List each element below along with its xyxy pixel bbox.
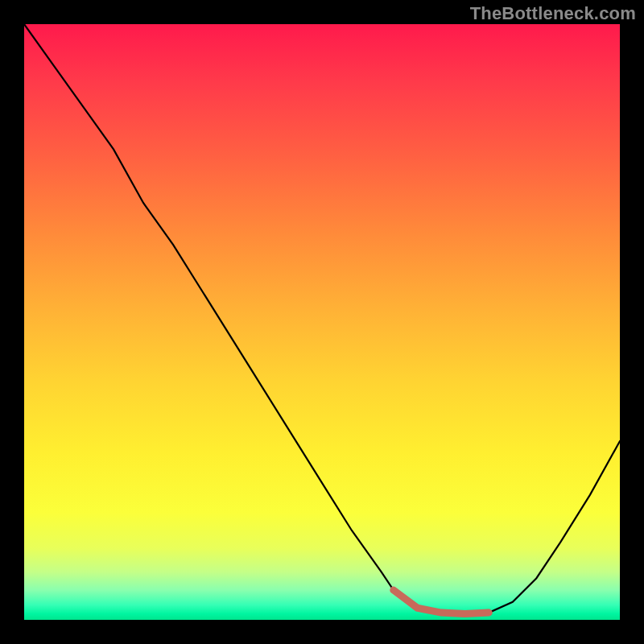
bottleneck-curve xyxy=(24,24,620,614)
watermark-text: TheBottleneck.com xyxy=(470,3,636,24)
chart-stage: TheBottleneck.com xyxy=(0,0,644,644)
curve-svg xyxy=(24,24,620,620)
plot-frame xyxy=(24,24,620,620)
highlight-segment xyxy=(394,590,489,614)
